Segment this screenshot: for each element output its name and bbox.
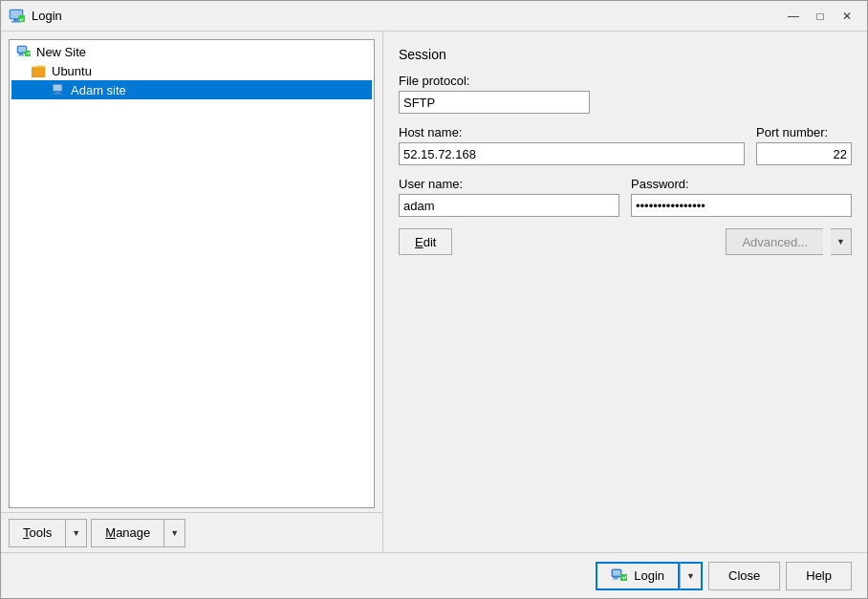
tools-button[interactable]: TToolsools xyxy=(9,519,65,547)
edit-label: Edit xyxy=(415,235,436,249)
password-col: Password: xyxy=(631,177,852,217)
left-panel: ↵ New Site Ubuntu xyxy=(1,32,383,552)
titlebar: ↵ Login — □ ✕ xyxy=(1,1,867,32)
file-protocol-group: File protocol: xyxy=(399,74,852,114)
tools-button-group: TToolsools ▼ xyxy=(9,519,87,547)
adam-site-icon xyxy=(50,82,67,97)
advanced-dropdown-button[interactable]: ▼ xyxy=(831,228,852,255)
user-name-label: User name: xyxy=(399,177,619,191)
ubuntu-label: Ubuntu xyxy=(52,64,92,78)
host-name-label: Host name: xyxy=(399,125,745,139)
svg-rect-7 xyxy=(18,47,26,53)
app-icon: ↵ xyxy=(9,8,26,25)
login-button-group: ↵ Login ▼ xyxy=(596,562,703,590)
maximize-button[interactable]: □ xyxy=(808,6,833,27)
login-dropdown-button[interactable]: ▼ xyxy=(680,562,703,590)
svg-rect-19 xyxy=(613,578,618,579)
right-panel: Session File protocol: Host name: Port n… xyxy=(383,32,867,552)
close-button[interactable]: ✕ xyxy=(835,6,859,27)
advanced-chevron-icon: ▼ xyxy=(836,237,845,246)
window-title: Login xyxy=(32,9,781,23)
tools-label: TToolsools xyxy=(23,525,52,540)
manage-chevron-icon: ▼ xyxy=(170,528,179,538)
session-title: Session xyxy=(399,47,852,62)
tree-item-adam-site[interactable]: Adam site xyxy=(11,80,372,99)
port-number-label: Port number: xyxy=(756,125,852,139)
file-protocol-label: File protocol: xyxy=(399,74,852,88)
user-name-col: User name: xyxy=(399,177,619,217)
login-window: ↵ Login — □ ✕ xyxy=(0,0,868,599)
credentials-row: User name: Password: xyxy=(399,177,852,217)
svg-rect-13 xyxy=(54,85,62,91)
password-input[interactable] xyxy=(631,194,852,217)
port-number-col: Port number: xyxy=(756,125,852,165)
minimize-button[interactable]: — xyxy=(781,6,806,27)
new-site-label: New Site xyxy=(36,45,86,59)
new-site-icon: ↵ xyxy=(15,44,33,59)
svg-rect-9 xyxy=(18,55,24,56)
titlebar-controls: — □ ✕ xyxy=(781,6,859,27)
bottom-toolbar: ↵ Login ▼ Close Help xyxy=(1,552,867,598)
svg-text:↵: ↵ xyxy=(622,574,627,580)
manage-button[interactable]: Manage xyxy=(91,519,163,547)
file-protocol-input[interactable] xyxy=(399,91,590,114)
left-toolbar: TToolsools ▼ Manage ▼ xyxy=(1,512,382,552)
close-button-bottom[interactable]: Close xyxy=(708,562,780,590)
advanced-button[interactable]: Advanced... xyxy=(726,228,823,255)
svg-rect-18 xyxy=(614,577,618,579)
manage-dropdown-button[interactable]: ▼ xyxy=(163,519,185,547)
login-chevron-icon: ▼ xyxy=(686,571,695,581)
login-button[interactable]: ↵ Login xyxy=(596,562,680,590)
main-content: ↵ New Site Ubuntu xyxy=(1,32,867,552)
host-port-row: Host name: Port number: xyxy=(399,125,852,165)
password-label: Password: xyxy=(631,177,852,191)
advanced-label: Advanced... xyxy=(742,235,808,249)
svg-rect-14 xyxy=(55,92,60,94)
login-icon: ↵ xyxy=(611,568,628,584)
port-number-input[interactable] xyxy=(756,142,852,165)
host-name-col: Host name: xyxy=(399,125,745,165)
svg-text:↵: ↵ xyxy=(19,16,24,22)
tree-item-ubuntu[interactable]: Ubuntu xyxy=(11,61,372,80)
edit-button[interactable]: Edit xyxy=(399,228,452,255)
svg-rect-8 xyxy=(19,53,23,55)
svg-rect-17 xyxy=(613,570,620,576)
actions-row: Edit Advanced... ▼ xyxy=(399,228,852,255)
site-tree[interactable]: ↵ New Site Ubuntu xyxy=(9,39,375,508)
login-label: Login xyxy=(634,568,664,583)
manage-label: Manage xyxy=(105,525,150,540)
help-button[interactable]: Help xyxy=(786,562,852,590)
svg-text:↵: ↵ xyxy=(27,51,32,56)
tools-chevron-icon: ▼ xyxy=(72,528,80,538)
svg-rect-15 xyxy=(54,94,62,95)
ubuntu-folder-icon xyxy=(31,63,48,78)
tree-item-new-site[interactable]: ↵ New Site xyxy=(11,42,372,61)
host-name-input[interactable] xyxy=(399,142,745,165)
adam-site-label: Adam site xyxy=(71,83,126,97)
manage-button-group: Manage ▼ xyxy=(91,519,185,547)
tools-dropdown-button[interactable]: ▼ xyxy=(65,519,87,547)
user-name-input[interactable] xyxy=(399,194,619,217)
